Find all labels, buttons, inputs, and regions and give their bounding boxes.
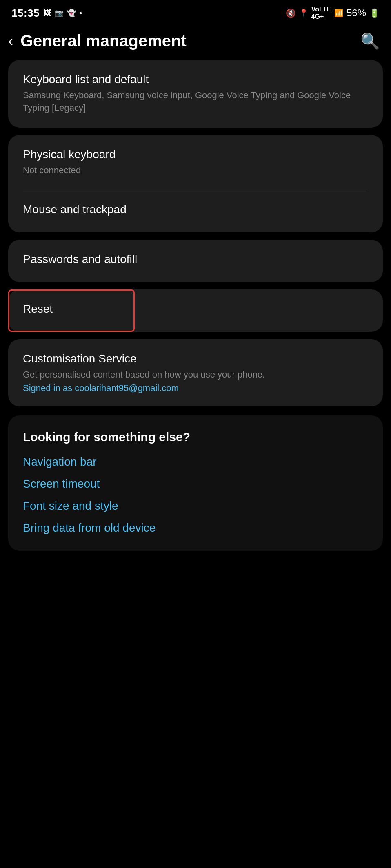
- customisation-subtitle: Get personalised content based on how yo…: [23, 369, 368, 381]
- snapchat-icon: 👻: [67, 9, 76, 18]
- time: 15:35: [11, 7, 40, 20]
- suggestion-screen-timeout[interactable]: Screen timeout: [23, 477, 368, 490]
- keyboard-list-title: Keyboard list and default: [23, 73, 368, 86]
- suggestions-title: Looking for something else?: [23, 430, 368, 444]
- header: ‹ General management 🔍: [0, 24, 391, 60]
- suggestion-font-size[interactable]: Font size and style: [23, 499, 368, 512]
- physical-keyboard-item[interactable]: Physical keyboard Not connected: [8, 135, 383, 190]
- network-info: VoLTE4G+: [311, 6, 331, 20]
- status-bar: 15:35 🖼 📷 👻 • 🔇 📍 VoLTE4G+ 📶 56% 🔋: [0, 0, 391, 24]
- mouse-trackpad-item[interactable]: Mouse and trackpad: [8, 190, 383, 232]
- back-button[interactable]: ‹: [8, 34, 13, 49]
- mute-icon: 🔇: [286, 8, 296, 18]
- physical-keyboard-title: Physical keyboard: [23, 148, 368, 161]
- customisation-title: Customisation Service: [23, 352, 368, 365]
- notification-icons: 🖼 📷 👻 •: [44, 9, 82, 18]
- suggestions-section: Looking for something else? Navigation b…: [8, 415, 383, 551]
- search-button[interactable]: 🔍: [360, 32, 380, 50]
- suggestion-bring-data[interactable]: Bring data from old device: [23, 521, 368, 534]
- location-icon: 📍: [299, 9, 308, 18]
- physical-keyboard-subtitle: Not connected: [23, 164, 368, 177]
- header-left: ‹ General management: [8, 32, 187, 50]
- suggestion-navigation-bar[interactable]: Navigation bar: [23, 455, 368, 468]
- keyboard-list-item[interactable]: Keyboard list and default Samsung Keyboa…: [8, 60, 383, 128]
- passwords-autofill-item[interactable]: Passwords and autofill: [8, 240, 383, 282]
- reset-item[interactable]: Reset: [8, 289, 383, 332]
- reset-title: Reset: [23, 303, 368, 316]
- battery-icon: 🔋: [369, 8, 380, 18]
- keyboard-list-subtitle: Samsung Keyboard, Samsung voice input, G…: [23, 89, 368, 115]
- mouse-trackpad-title: Mouse and trackpad: [23, 203, 368, 216]
- page-title: General management: [20, 32, 187, 50]
- keyboard-mouse-group: Physical keyboard Not connected Mouse an…: [8, 135, 383, 233]
- gallery-icon: 🖼: [44, 9, 51, 18]
- battery-percent: 56%: [347, 7, 366, 19]
- status-time-area: 15:35 🖼 📷 👻 •: [11, 7, 82, 20]
- signal-bars-icon: 📶: [334, 9, 343, 18]
- customisation-service-item[interactable]: Customisation Service Get personalised c…: [8, 339, 383, 406]
- customisation-signed-in: Signed in as coolarihant95@gmail.com: [23, 383, 368, 393]
- dot-icon: •: [80, 9, 82, 18]
- passwords-autofill-title: Passwords and autofill: [23, 253, 368, 266]
- settings-content: Keyboard list and default Samsung Keyboa…: [0, 60, 391, 551]
- status-right-area: 🔇 📍 VoLTE4G+ 📶 56% 🔋: [286, 6, 380, 20]
- instagram-icon: 📷: [55, 9, 64, 18]
